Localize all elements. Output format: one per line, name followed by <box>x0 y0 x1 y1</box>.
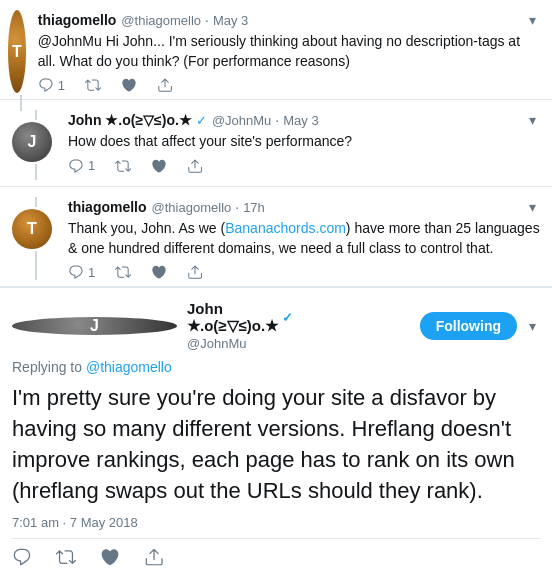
main-tweet-text: I'm pretty sure you're doing your site a… <box>12 383 540 506</box>
tweet-header-left: thiagomello @thiagomello · 17h <box>68 199 265 215</box>
tweet-text: Thank you, John. As we (Bananachords.com… <box>68 219 540 258</box>
like-icon <box>151 264 167 280</box>
retweet-button[interactable] <box>115 158 131 174</box>
tweet-actions: 1 <box>68 264 540 280</box>
tweet-date: May 3 <box>213 13 248 28</box>
caret-icon[interactable]: ▾ <box>525 316 540 336</box>
verified-badge: ✓ <box>196 113 207 128</box>
tweet-header: John ★.o(≥▽≤)o.★ ✓ @JohnMu · May 3 ▾ <box>68 110 540 130</box>
replying-to-handle[interactable]: @thiagomello <box>86 359 172 375</box>
avatar: T <box>12 209 52 249</box>
retweet-button[interactable] <box>115 264 131 280</box>
separator: · <box>205 12 209 28</box>
retweet-button[interactable] <box>56 547 76 567</box>
mail-button[interactable] <box>187 264 203 280</box>
display-name: thiagomello <box>68 199 147 215</box>
avatar: J <box>12 122 52 162</box>
like-icon <box>151 158 167 174</box>
reply-icon <box>38 77 54 93</box>
main-handle[interactable]: @JohnMu <box>187 336 293 351</box>
tweet-content: thiagomello @thiagomello · 17h ▾ Thank y… <box>68 197 540 280</box>
replying-to: Replying to @thiagomello <box>12 359 540 375</box>
reply-count: 1 <box>58 78 65 93</box>
handle[interactable]: @thiagomello <box>152 200 232 215</box>
mail-button[interactable] <box>144 547 164 567</box>
mail-icon <box>144 547 164 567</box>
retweet-icon <box>85 77 101 93</box>
tweet-item: T thiagomello @thiagomello · May 3 ▾ @Jo… <box>0 0 552 100</box>
like-button[interactable] <box>151 158 167 174</box>
like-icon <box>100 547 120 567</box>
caret-icon[interactable]: ▾ <box>525 10 540 30</box>
reply-count: 1 <box>88 265 95 280</box>
main-display-name: John ★.o(≥▽≤)o.★ ✓ <box>187 300 293 335</box>
reply-button[interactable]: 1 <box>38 77 65 93</box>
mail-icon <box>187 264 203 280</box>
mail-button[interactable] <box>157 77 173 93</box>
main-avatar: J <box>12 317 177 335</box>
main-tweet-header: J John ★.o(≥▽≤)o.★ ✓ @JohnMu Following ▾ <box>12 300 540 351</box>
tweet-actions: 1 <box>68 158 540 174</box>
tweet-actions: 1 <box>38 77 540 93</box>
reply-button[interactable]: 1 <box>68 264 95 280</box>
separator: · <box>275 112 279 128</box>
handle[interactable]: @thiagomello <box>121 13 201 28</box>
tweet-date: May 3 <box>283 113 318 128</box>
caret-icon[interactable]: ▾ <box>525 197 540 217</box>
verified-badge: ✓ <box>282 310 293 325</box>
tweet-content: thiagomello @thiagomello · May 3 ▾ @John… <box>38 10 540 93</box>
caret-icon[interactable]: ▾ <box>525 110 540 130</box>
retweet-icon <box>115 264 131 280</box>
retweet-icon <box>115 158 131 174</box>
tweet-header-left: John ★.o(≥▽≤)o.★ ✓ @JohnMu · May 3 <box>68 112 319 128</box>
reply-icon <box>12 547 32 567</box>
handle[interactable]: @JohnMu <box>212 113 271 128</box>
tweet-text: @JohnMu Hi John... I'm seriously thinkin… <box>38 32 540 71</box>
main-user-info: John ★.o(≥▽≤)o.★ ✓ @JohnMu <box>187 300 293 351</box>
reply-icon <box>68 264 84 280</box>
main-tweet-bottom-actions <box>12 538 540 575</box>
retweet-icon <box>56 547 76 567</box>
tweet-item: J John ★.o(≥▽≤)o.★ ✓ @JohnMu · May 3 ▾ H… <box>0 100 552 187</box>
tweet-header-left: thiagomello @thiagomello · May 3 <box>38 12 249 28</box>
mail-icon <box>157 77 173 93</box>
tweet-timestamp: 7:01 am · 7 May 2018 <box>12 515 540 530</box>
tweet-item: T thiagomello @thiagomello · 17h ▾ Thank… <box>0 187 552 287</box>
reply-button[interactable] <box>12 547 32 567</box>
reply-count: 1 <box>88 158 95 173</box>
like-button[interactable] <box>100 547 120 567</box>
tweet-text: How does that affect your site's perform… <box>68 132 540 152</box>
main-tweet-header-left: J John ★.o(≥▽≤)o.★ ✓ @JohnMu <box>12 300 177 351</box>
display-name: John ★.o(≥▽≤)o.★ <box>68 112 192 128</box>
tweet-content: John ★.o(≥▽≤)o.★ ✓ @JohnMu · May 3 ▾ How… <box>68 110 540 180</box>
separator: · <box>235 199 239 215</box>
reply-icon <box>68 158 84 174</box>
like-icon <box>121 77 137 93</box>
main-tweet-actions-right: Following ▾ <box>420 312 540 340</box>
avatar: T <box>8 10 26 93</box>
following-button[interactable]: Following <box>420 312 517 340</box>
tweet-header: thiagomello @thiagomello · 17h ▾ <box>68 197 540 217</box>
tweet-thread: T thiagomello @thiagomello · May 3 ▾ @Jo… <box>0 0 552 288</box>
banana-link[interactable]: Bananachords.com <box>225 220 346 236</box>
retweet-button[interactable] <box>85 77 101 93</box>
display-name: thiagomello <box>38 12 117 28</box>
mail-icon <box>187 158 203 174</box>
mail-button[interactable] <box>187 158 203 174</box>
reply-button[interactable]: 1 <box>68 158 95 174</box>
tweet-date: 17h <box>243 200 265 215</box>
tweet-header: thiagomello @thiagomello · May 3 ▾ <box>38 10 540 30</box>
like-button[interactable] <box>121 77 137 93</box>
like-button[interactable] <box>151 264 167 280</box>
main-tweet: J John ★.o(≥▽≤)o.★ ✓ @JohnMu Following ▾… <box>0 288 552 574</box>
